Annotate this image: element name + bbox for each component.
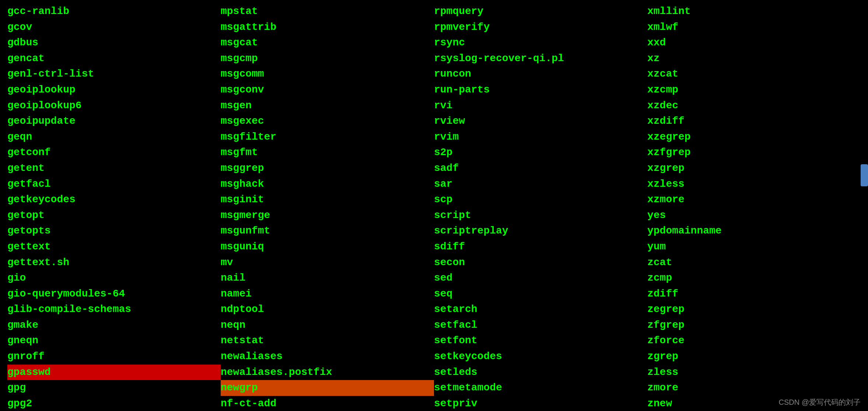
list-item: xzdiff (647, 113, 861, 129)
list-item: newaliases.postfix (221, 365, 434, 380)
list-item: secon (434, 255, 647, 271)
list-item: sed (434, 270, 647, 286)
list-item: zdiff (647, 286, 861, 302)
list-item: netstat (221, 333, 434, 349)
list-item: msgconv (221, 82, 434, 98)
list-item: xzcat (647, 66, 861, 82)
list-item: gpg (7, 380, 221, 396)
scrollbar[interactable] (861, 164, 868, 186)
list-item: zforce (647, 333, 861, 349)
list-item: yes (647, 208, 861, 224)
list-item: rvim (434, 129, 647, 145)
list-item: msggrep (221, 161, 434, 176)
list-item: setfacl (434, 317, 647, 333)
list-item: mpstat (221, 4, 434, 20)
list-item: sar (434, 176, 647, 192)
list-item: xzegrep (647, 129, 861, 145)
list-item: xmlwf (647, 20, 861, 35)
list-item: run-parts (434, 82, 647, 98)
list-item: xzcmp (647, 82, 861, 98)
list-item: gpg2 (7, 396, 221, 411)
list-item: rsyslog-recover-qi.pl (434, 51, 647, 67)
list-item: xzfgrep (647, 145, 861, 161)
list-item: namei (221, 286, 434, 302)
list-item: zfgrep (647, 317, 861, 333)
list-item: getopt (7, 208, 221, 224)
list-item: zgrep (647, 349, 861, 365)
list-item: setpriv (434, 396, 647, 411)
list-item: xzgrep (647, 161, 861, 176)
list-item: nf-ct-add (221, 396, 434, 411)
list-item: xxd (647, 35, 861, 51)
list-item: xz (647, 51, 861, 67)
list-item: s2p (434, 145, 647, 161)
list-item: ypdomainname (647, 223, 861, 239)
list-item: msgcomm (221, 66, 434, 82)
list-item: getopts (7, 223, 221, 239)
list-item: msgen (221, 98, 434, 114)
list-item: gcc-ranlib (7, 4, 221, 20)
list-item: msghack (221, 176, 434, 192)
list-item: gdbus (7, 35, 221, 51)
list-item: setarch (434, 302, 647, 317)
list-item: mv (221, 255, 434, 271)
list-item: msginit (221, 192, 434, 208)
list-item: getent (7, 161, 221, 176)
list-item: gettext (7, 239, 221, 255)
watermark: CSDN @爱写代码的刘子 (778, 397, 861, 407)
list-item: gnroff (7, 349, 221, 365)
list-item: gneqn (7, 333, 221, 349)
list-item: msgexec (221, 113, 434, 129)
list-item: newaliases (221, 349, 434, 365)
list-item: msgattrib (221, 20, 434, 35)
list-item: xzless (647, 176, 861, 192)
list-item: msgunfmt (221, 223, 434, 239)
list-item: glib-compile-schemas (7, 302, 221, 317)
list-item: zless (647, 365, 861, 380)
list-item: zmore (647, 380, 861, 396)
list-item: geqn (7, 129, 221, 145)
list-item: gio (7, 270, 221, 286)
list-item: setleds (434, 365, 647, 380)
list-item: zcat (647, 255, 861, 271)
list-item: yum (647, 239, 861, 255)
list-item: gettext.sh (7, 255, 221, 271)
list-item: setmetamode (434, 380, 647, 396)
list-item: zcmp (647, 270, 861, 286)
list-item: seq (434, 286, 647, 302)
list-item: setfont (434, 333, 647, 349)
list-item: msgfilter (221, 129, 434, 145)
list-item: getkeycodes (7, 192, 221, 208)
list-item: xmllint (647, 4, 861, 20)
list-item: neqn (221, 317, 434, 333)
list-item: getfacl (7, 176, 221, 192)
list-item: rsync (434, 35, 647, 51)
list-item: genl-ctrl-list (7, 66, 221, 82)
list-item: msgmerge (221, 208, 434, 224)
list-item: rview (434, 113, 647, 129)
list-item: script (434, 208, 647, 224)
list-item: scp (434, 192, 647, 208)
list-item: msgfmt (221, 145, 434, 161)
list-item: setkeycodes (434, 349, 647, 365)
list-item: geoiplookup (7, 82, 221, 98)
list-item: gpasswd (7, 365, 221, 380)
list-item: rpmverify (434, 20, 647, 35)
list-item: gmake (7, 317, 221, 333)
list-item: gencat (7, 51, 221, 67)
list-item: msgcmp (221, 51, 434, 67)
list-item: scriptreplay (434, 223, 647, 239)
list-item: rpmquery (434, 4, 647, 20)
list-item: ndptool (221, 302, 434, 317)
list-item: rvi (434, 98, 647, 114)
list-item: getconf (7, 145, 221, 161)
list-item: sdiff (434, 239, 647, 255)
list-item: gcov (7, 20, 221, 35)
list-item: xzdec (647, 98, 861, 114)
list-item: geoipupdate (7, 113, 221, 129)
list-item: xzmore (647, 192, 861, 208)
terminal-content: gcc-ranlibmpstatrpmqueryxmllintgcovmsgat… (7, 4, 861, 411)
list-item: msguniq (221, 239, 434, 255)
list-item: sadf (434, 161, 647, 176)
list-item: gio-querymodules-64 (7, 286, 221, 302)
